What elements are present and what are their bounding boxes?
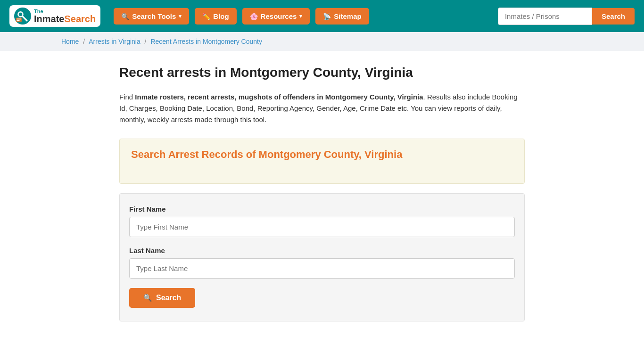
site-logo[interactable]: The Inmate Search <box>9 5 100 27</box>
search-form-title: Search Arrest Records of Montgomery Coun… <box>131 148 513 161</box>
last-name-label: Last Name <box>129 247 515 255</box>
chevron-down-icon: ▾ <box>179 13 182 19</box>
last-name-input[interactable] <box>129 258 515 279</box>
search-form-section: Search Arrest Records of Montgomery Coun… <box>119 139 525 184</box>
search-submit-button[interactable]: Search <box>129 288 195 308</box>
nav-sitemap-label: Sitemap <box>334 12 361 20</box>
arrest-search-form: First Name Last Name Search <box>119 193 525 321</box>
logo-text-inmate: Inmate <box>34 14 64 24</box>
search-submit-icon <box>143 294 152 302</box>
nav-search-tools[interactable]: Search Tools ▾ <box>114 8 189 25</box>
sitemap-icon <box>323 12 331 20</box>
chevron-down-icon-2: ▾ <box>299 13 302 19</box>
desc-intro: Find <box>119 93 135 101</box>
breadcrumb-current[interactable]: Recent Arrests in Montgomery County <box>150 38 262 45</box>
header-search-area: Search <box>498 8 635 25</box>
nav-blog-label: Blog <box>213 12 229 20</box>
nav-search-tools-label: Search Tools <box>132 12 176 20</box>
desc-bold: Inmate rosters, recent arrests, mugshots… <box>135 93 423 101</box>
resources-icon <box>250 12 258 20</box>
logo-text-the: The <box>34 9 96 14</box>
blog-icon <box>202 12 210 20</box>
first-name-label: First Name <box>129 205 515 213</box>
svg-rect-5 <box>17 18 21 19</box>
first-name-input[interactable] <box>129 217 515 237</box>
last-name-group: Last Name <box>129 247 515 279</box>
svg-rect-6 <box>17 20 19 21</box>
site-header: The Inmate Search Search Tools ▾ Blog Re… <box>0 0 644 32</box>
nav-resources[interactable]: Resources ▾ <box>242 8 310 25</box>
breadcrumb-sep-2: / <box>145 38 147 45</box>
nav-resources-label: Resources <box>261 12 297 20</box>
svg-rect-4 <box>16 18 22 22</box>
svg-point-2 <box>19 13 22 16</box>
logo-icon <box>14 8 31 25</box>
breadcrumb: Home / Arrests in Virginia / Recent Arre… <box>0 32 644 51</box>
header-search-button[interactable]: Search <box>592 8 635 25</box>
breadcrumb-arrests-virginia[interactable]: Arrests in Virginia <box>89 38 140 45</box>
breadcrumb-home[interactable]: Home <box>61 38 79 45</box>
header-search-btn-label: Search <box>602 12 625 20</box>
logo-text-search: Search <box>64 14 96 24</box>
search-tools-icon <box>121 12 129 20</box>
page-title: Recent arrests in Montgomery County, Vir… <box>119 65 525 80</box>
breadcrumb-sep-1: / <box>83 38 85 45</box>
first-name-group: First Name <box>129 205 515 237</box>
search-submit-label: Search <box>156 294 181 302</box>
nav-blog[interactable]: Blog <box>195 8 236 25</box>
header-search-input[interactable] <box>498 8 592 25</box>
nav-sitemap[interactable]: Sitemap <box>315 8 369 25</box>
page-description: Find Inmate rosters, recent arrests, mug… <box>119 91 525 125</box>
main-content: Recent arrests in Montgomery County, Vir… <box>110 51 534 340</box>
